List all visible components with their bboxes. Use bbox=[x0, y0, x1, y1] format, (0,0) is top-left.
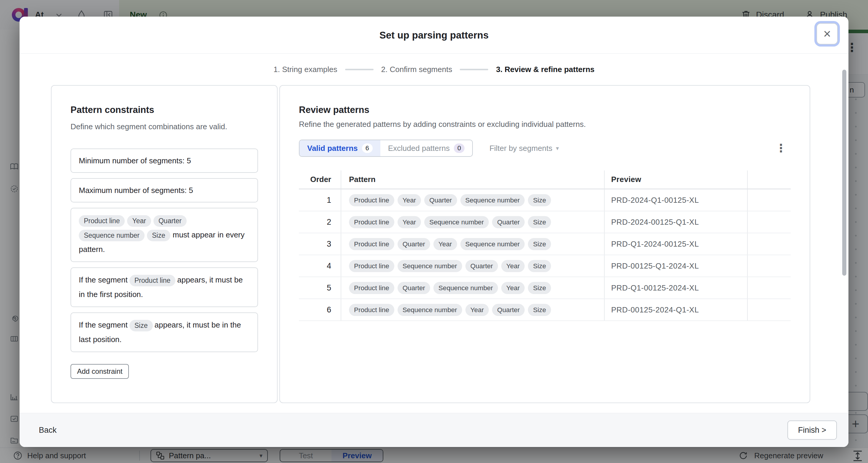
segment-chip: Product line bbox=[349, 216, 394, 228]
last-position-constraint[interactable]: If the segmentSizeappears, it must be in… bbox=[70, 312, 258, 352]
add-constraint-button[interactable]: Add constraint bbox=[70, 364, 129, 379]
table-row: 5Product lineQuarterSequence numberYearS… bbox=[299, 277, 791, 299]
pattern-order: 4 bbox=[299, 255, 341, 277]
excluded-patterns-label: Excluded patterns bbox=[388, 144, 450, 153]
segment-chip: Year bbox=[501, 260, 525, 272]
filter-by-segments-label: Filter by segments bbox=[489, 144, 552, 153]
pattern-preview: PRD-2024-Q1-00125-XL bbox=[604, 190, 748, 211]
header-pattern: Pattern bbox=[341, 170, 604, 189]
pattern-actions bbox=[748, 211, 791, 233]
table-row: 3Product lineQuarterYearSequence numberS… bbox=[299, 233, 791, 255]
pattern-preview: PRD-Q1-2024-00125-XL bbox=[604, 233, 748, 255]
segment-chip: Year bbox=[501, 282, 525, 294]
segment-chip: Product line bbox=[129, 275, 175, 286]
segment-chip: Product line bbox=[349, 194, 394, 206]
step-review-refine[interactable]: 3. Review & refine patterns bbox=[496, 65, 594, 74]
segment-chip: Sequence number bbox=[433, 282, 498, 294]
segment-chip: Sequence number bbox=[460, 238, 525, 250]
header-preview: Preview bbox=[604, 170, 748, 189]
max-segments-constraint[interactable]: Maximum number of segments: 5 bbox=[70, 178, 258, 202]
segment-chip: Quarter bbox=[153, 215, 187, 227]
pattern-actions bbox=[748, 255, 791, 277]
segment-chip: Year bbox=[398, 194, 421, 206]
segment-chip: Size bbox=[129, 320, 153, 331]
segment-chip: Year bbox=[127, 215, 151, 227]
segment-chip: Size bbox=[528, 304, 551, 316]
segment-chip: Quarter bbox=[424, 194, 457, 206]
pattern-segments: Product lineSequence numberQuarterYearSi… bbox=[341, 255, 604, 277]
constraints-subtitle: Define which segment combinations are va… bbox=[70, 122, 258, 131]
segment-chip: Quarter bbox=[398, 238, 430, 250]
patterns-table-body: 1Product lineYearQuarterSequence numberS… bbox=[299, 190, 791, 321]
table-row: 1Product lineYearQuarterSequence numberS… bbox=[299, 190, 791, 211]
segment-chip: Product line bbox=[349, 238, 394, 250]
segment-chip: Sequence number bbox=[79, 230, 145, 241]
pattern-order: 5 bbox=[299, 277, 341, 298]
segment-chip: Size bbox=[528, 194, 551, 206]
constraints-heading: Pattern constraints bbox=[70, 105, 258, 115]
header-order: Order bbox=[299, 170, 341, 189]
setup-parsing-patterns-dialog: Set up parsing patterns × 1. String exam… bbox=[20, 17, 848, 447]
tab-excluded-patterns[interactable]: Excluded patterns 0 bbox=[380, 140, 472, 156]
min-segments-label: Minimum number of segments: 5 bbox=[79, 156, 191, 165]
table-row: 2Product lineYearSequence numberQuarterS… bbox=[299, 211, 791, 233]
min-segments-constraint[interactable]: Minimum number of segments: 5 bbox=[70, 148, 258, 173]
dialog-title: Set up parsing patterns bbox=[20, 17, 848, 54]
valid-patterns-count: 6 bbox=[362, 143, 373, 153]
table-row: 4Product lineSequence numberQuarterYearS… bbox=[299, 255, 791, 277]
close-button[interactable]: × bbox=[816, 23, 838, 45]
segment-chip: Year bbox=[433, 238, 457, 250]
segment-chip: Year bbox=[398, 216, 421, 228]
step-connector bbox=[460, 69, 488, 70]
pattern-segments: Product lineQuarterYearSequence numberSi… bbox=[341, 233, 604, 255]
pattern-constraints-panel: Pattern constraints Define which segment… bbox=[51, 85, 278, 403]
tab-valid-patterns[interactable]: Valid patterns 6 bbox=[300, 140, 380, 156]
wizard-stepper: 1. String examples 2. Confirm segments 3… bbox=[20, 54, 848, 85]
segment-chip: Product line bbox=[349, 304, 394, 316]
patterns-tab-control: Valid patterns 6 Excluded patterns 0 bbox=[299, 140, 473, 157]
segment-chip: Quarter bbox=[492, 216, 525, 228]
segment-chip: Sequence number bbox=[398, 304, 462, 316]
required-segments-constraint[interactable]: Product lineYearQuarterSequence numberSi… bbox=[70, 208, 258, 262]
dialog-header: Set up parsing patterns × bbox=[20, 17, 848, 54]
pattern-preview: PRD-00125-Q1-2024-XL bbox=[604, 255, 748, 277]
modal-scrollbar[interactable] bbox=[842, 70, 846, 276]
segment-chip: Size bbox=[528, 282, 551, 294]
segment-chip: Size bbox=[147, 230, 170, 241]
segment-chip: Year bbox=[465, 304, 489, 316]
segment-chip: Size bbox=[528, 238, 551, 250]
finish-button[interactable]: Finish > bbox=[787, 421, 837, 440]
pattern-preview: PRD-Q1-00125-2024-XL bbox=[604, 277, 748, 298]
table-kebab-menu[interactable]: ⋮ bbox=[775, 143, 786, 154]
step-confirm-segments[interactable]: 2. Confirm segments bbox=[381, 65, 453, 74]
close-icon: × bbox=[823, 26, 831, 41]
pattern-preview: PRD-00125-2024-Q1-XL bbox=[604, 299, 748, 320]
valid-patterns-label: Valid patterns bbox=[307, 144, 358, 153]
first-position-prefix: If the segment bbox=[79, 276, 128, 284]
review-patterns-panel: Review patterns Refine the generated pat… bbox=[279, 85, 810, 403]
segment-chip: Product line bbox=[79, 215, 125, 227]
pattern-segments: Product lineYearSequence numberQuarterSi… bbox=[341, 211, 604, 233]
segment-chip: Size bbox=[528, 216, 551, 228]
patterns-table: Order Pattern Preview 1Product lineYearQ… bbox=[299, 170, 791, 321]
pattern-preview: PRD-2024-00125-Q1-XL bbox=[604, 211, 748, 233]
segment-chip: Product line bbox=[349, 282, 394, 294]
header-actions bbox=[748, 170, 791, 189]
dialog-footer: Back Finish > bbox=[20, 413, 848, 447]
pattern-order: 6 bbox=[299, 299, 341, 320]
segment-chip: Sequence number bbox=[398, 260, 462, 272]
segment-chip: Size bbox=[528, 260, 551, 272]
first-position-constraint[interactable]: If the segmentProduct lineappears, it mu… bbox=[70, 267, 258, 307]
pattern-order: 2 bbox=[299, 211, 341, 233]
filter-by-segments-dropdown[interactable]: Filter by segments ▾ bbox=[489, 144, 559, 153]
back-button[interactable]: Back bbox=[39, 426, 57, 435]
pattern-order: 3 bbox=[299, 233, 341, 255]
app-root: At New Discard bbox=[0, 0, 868, 463]
segment-chip: Product line bbox=[349, 260, 394, 272]
segment-chip: Quarter bbox=[465, 260, 498, 272]
review-tabs-row: Valid patterns 6 Excluded patterns 0 Fil… bbox=[299, 140, 791, 157]
caret-down-icon: ▾ bbox=[556, 145, 559, 152]
pattern-actions bbox=[748, 299, 791, 320]
step-string-examples[interactable]: 1. String examples bbox=[273, 65, 337, 74]
segment-chip: Quarter bbox=[492, 304, 525, 316]
